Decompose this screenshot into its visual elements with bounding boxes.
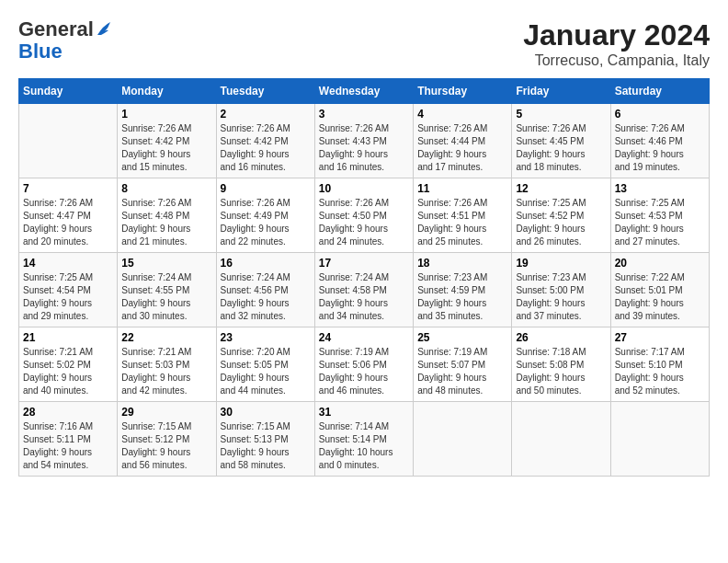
calendar-cell (414, 402, 512, 477)
day-number: 6 (615, 108, 705, 121)
day-info: Sunrise: 7:24 AM Sunset: 4:55 PM Dayligh… (121, 271, 211, 323)
calendar-cell (512, 402, 610, 477)
day-info: Sunrise: 7:19 AM Sunset: 5:07 PM Dayligh… (417, 346, 507, 397)
calendar-cell: 5Sunrise: 7:26 AM Sunset: 4:45 PM Daylig… (512, 104, 610, 178)
day-info: Sunrise: 7:18 AM Sunset: 5:08 PM Dayligh… (516, 346, 606, 397)
calendar-cell: 6Sunrise: 7:26 AM Sunset: 4:46 PM Daylig… (610, 104, 709, 178)
calendar-cell: 17Sunrise: 7:24 AM Sunset: 4:58 PM Dayli… (314, 253, 413, 327)
column-header-tuesday: Tuesday (216, 79, 314, 104)
day-number: 12 (516, 182, 606, 195)
day-info: Sunrise: 7:25 AM Sunset: 4:53 PM Dayligh… (615, 197, 705, 248)
day-info: Sunrise: 7:23 AM Sunset: 4:59 PM Dayligh… (417, 271, 507, 323)
day-info: Sunrise: 7:26 AM Sunset: 4:44 PM Dayligh… (417, 122, 507, 174)
column-header-thursday: Thursday (414, 79, 512, 104)
day-info: Sunrise: 7:15 AM Sunset: 5:12 PM Dayligh… (121, 420, 211, 472)
calendar-cell: 7Sunrise: 7:26 AM Sunset: 4:47 PM Daylig… (19, 178, 118, 253)
day-number: 8 (121, 182, 211, 195)
day-number: 14 (23, 257, 113, 270)
calendar-cell: 20Sunrise: 7:22 AM Sunset: 5:01 PM Dayli… (610, 253, 709, 327)
calendar-cell: 11Sunrise: 7:26 AM Sunset: 4:51 PM Dayli… (414, 178, 512, 253)
calendar-body: 1Sunrise: 7:26 AM Sunset: 4:42 PM Daylig… (19, 104, 710, 477)
column-header-saturday: Saturday (610, 79, 709, 104)
calendar-cell: 3Sunrise: 7:26 AM Sunset: 4:43 PM Daylig… (314, 104, 413, 178)
calendar-cell: 15Sunrise: 7:24 AM Sunset: 4:55 PM Dayli… (118, 253, 216, 327)
day-number: 13 (615, 182, 705, 195)
logo-general-text: General (18, 18, 94, 40)
column-header-friday: Friday (512, 79, 610, 104)
day-number: 24 (319, 331, 409, 344)
calendar-cell (610, 402, 709, 477)
day-number: 3 (319, 108, 409, 121)
day-number: 11 (417, 182, 507, 195)
week-row-5: 28Sunrise: 7:16 AM Sunset: 5:11 PM Dayli… (19, 402, 710, 477)
logo: General Blue (18, 18, 112, 63)
week-row-4: 21Sunrise: 7:21 AM Sunset: 5:02 PM Dayli… (19, 327, 710, 402)
calendar-cell: 1Sunrise: 7:26 AM Sunset: 4:42 PM Daylig… (118, 104, 216, 178)
day-info: Sunrise: 7:26 AM Sunset: 4:43 PM Dayligh… (319, 122, 409, 174)
page-title: January 2024 (523, 18, 710, 52)
day-number: 16 (221, 257, 311, 270)
calendar-cell: 9Sunrise: 7:26 AM Sunset: 4:49 PM Daylig… (216, 178, 314, 253)
week-row-1: 1Sunrise: 7:26 AM Sunset: 4:42 PM Daylig… (19, 104, 710, 178)
day-info: Sunrise: 7:21 AM Sunset: 5:02 PM Dayligh… (23, 346, 113, 397)
day-number: 21 (23, 331, 113, 344)
day-number: 19 (516, 257, 606, 270)
week-row-2: 7Sunrise: 7:26 AM Sunset: 4:47 PM Daylig… (19, 178, 710, 253)
calendar-cell: 25Sunrise: 7:19 AM Sunset: 5:07 PM Dayli… (414, 327, 512, 402)
day-number: 9 (221, 182, 311, 195)
calendar-cell: 16Sunrise: 7:24 AM Sunset: 4:56 PM Dayli… (216, 253, 314, 327)
day-info: Sunrise: 7:15 AM Sunset: 5:13 PM Dayligh… (221, 420, 311, 472)
calendar-cell: 31Sunrise: 7:14 AM Sunset: 5:14 PM Dayli… (314, 402, 413, 477)
day-number: 18 (417, 257, 507, 270)
calendar-cell: 2Sunrise: 7:26 AM Sunset: 4:42 PM Daylig… (216, 104, 314, 178)
day-info: Sunrise: 7:26 AM Sunset: 4:45 PM Dayligh… (516, 122, 606, 174)
column-header-sunday: Sunday (19, 79, 118, 104)
day-info: Sunrise: 7:24 AM Sunset: 4:56 PM Dayligh… (221, 271, 311, 323)
day-info: Sunrise: 7:26 AM Sunset: 4:47 PM Dayligh… (23, 197, 113, 248)
day-number: 2 (221, 108, 311, 121)
day-number: 23 (221, 331, 311, 344)
day-number: 25 (417, 331, 507, 344)
day-info: Sunrise: 7:16 AM Sunset: 5:11 PM Dayligh… (23, 420, 113, 472)
day-number: 5 (516, 108, 606, 121)
calendar-cell: 18Sunrise: 7:23 AM Sunset: 4:59 PM Dayli… (414, 253, 512, 327)
calendar-header-row: SundayMondayTuesdayWednesdayThursdayFrid… (19, 79, 710, 104)
calendar-cell: 13Sunrise: 7:25 AM Sunset: 4:53 PM Dayli… (610, 178, 709, 253)
page-subtitle: Torrecuso, Campania, Italy (523, 52, 710, 69)
day-info: Sunrise: 7:26 AM Sunset: 4:48 PM Dayligh… (121, 197, 211, 248)
calendar-cell: 14Sunrise: 7:25 AM Sunset: 4:54 PM Dayli… (19, 253, 118, 327)
day-number: 7 (23, 182, 113, 195)
day-number: 28 (23, 406, 113, 419)
week-row-3: 14Sunrise: 7:25 AM Sunset: 4:54 PM Dayli… (19, 253, 710, 327)
day-info: Sunrise: 7:25 AM Sunset: 4:52 PM Dayligh… (516, 197, 606, 248)
calendar-cell: 27Sunrise: 7:17 AM Sunset: 5:10 PM Dayli… (610, 327, 709, 402)
calendar-cell: 29Sunrise: 7:15 AM Sunset: 5:12 PM Dayli… (118, 402, 216, 477)
calendar-cell: 28Sunrise: 7:16 AM Sunset: 5:11 PM Dayli… (19, 402, 118, 477)
calendar-table: SundayMondayTuesdayWednesdayThursdayFrid… (18, 78, 710, 477)
day-number: 29 (121, 406, 211, 419)
logo-bird-icon (96, 18, 112, 39)
calendar-cell: 23Sunrise: 7:20 AM Sunset: 5:05 PM Dayli… (216, 327, 314, 402)
day-number: 17 (319, 257, 409, 270)
day-info: Sunrise: 7:25 AM Sunset: 4:54 PM Dayligh… (23, 271, 113, 323)
day-info: Sunrise: 7:22 AM Sunset: 5:01 PM Dayligh… (615, 271, 705, 323)
column-header-wednesday: Wednesday (314, 79, 413, 104)
calendar-cell: 22Sunrise: 7:21 AM Sunset: 5:03 PM Dayli… (118, 327, 216, 402)
calendar-cell: 12Sunrise: 7:25 AM Sunset: 4:52 PM Dayli… (512, 178, 610, 253)
day-info: Sunrise: 7:24 AM Sunset: 4:58 PM Dayligh… (319, 271, 409, 323)
calendar-cell (19, 104, 118, 178)
day-number: 1 (121, 108, 211, 121)
calendar-cell: 30Sunrise: 7:15 AM Sunset: 5:13 PM Dayli… (216, 402, 314, 477)
day-info: Sunrise: 7:14 AM Sunset: 5:14 PM Dayligh… (319, 420, 409, 472)
title-area: January 2024 Torrecuso, Campania, Italy (523, 18, 710, 69)
day-info: Sunrise: 7:26 AM Sunset: 4:49 PM Dayligh… (221, 197, 311, 248)
day-info: Sunrise: 7:20 AM Sunset: 5:05 PM Dayligh… (221, 346, 311, 397)
day-number: 20 (615, 257, 705, 270)
day-info: Sunrise: 7:19 AM Sunset: 5:06 PM Dayligh… (319, 346, 409, 397)
column-header-monday: Monday (118, 79, 216, 104)
day-info: Sunrise: 7:26 AM Sunset: 4:46 PM Dayligh… (615, 122, 705, 174)
day-number: 31 (319, 406, 409, 419)
logo-blue-text: Blue (18, 40, 112, 63)
day-number: 27 (615, 331, 705, 344)
calendar-cell: 21Sunrise: 7:21 AM Sunset: 5:02 PM Dayli… (19, 327, 118, 402)
